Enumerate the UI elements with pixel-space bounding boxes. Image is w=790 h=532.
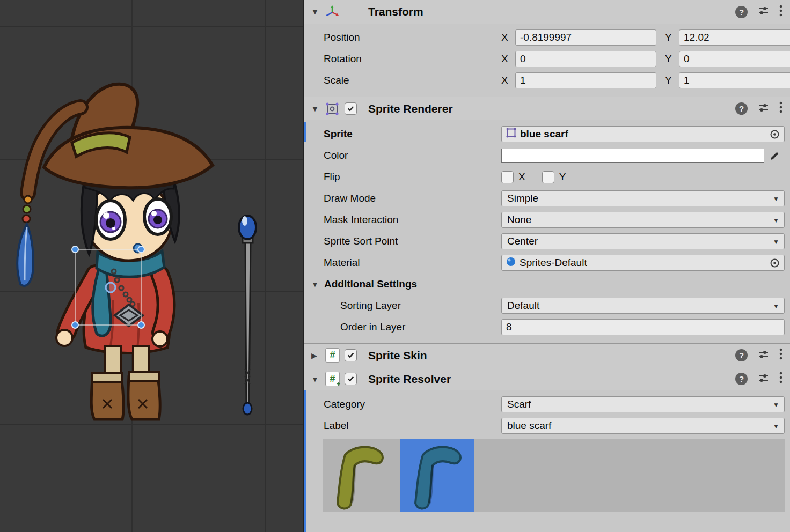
position-x-field[interactable] [515,29,656,46]
flip-x-label: X [518,171,525,183]
help-icon[interactable]: ? [735,349,748,361]
flip-x-checkbox[interactable] [501,171,514,183]
sprite-sort-point-label: Sprite Sort Point [324,235,501,247]
draw-mode-dropdown[interactable]: Simple ▼ [501,190,785,206]
transform-header[interactable]: ▼ Transform ? [304,0,790,24]
presets-icon[interactable] [757,101,770,116]
order-in-layer-row: Order in Layer [304,316,790,338]
axis-x-label: X [501,53,515,65]
sprite-skin-header[interactable]: ▶ # Sprite Skin ? [304,343,790,367]
sprite-renderer-enabled-checkbox[interactable] [345,102,357,115]
rotation-y-field[interactable] [679,51,790,67]
chevron-down-icon: ▼ [773,401,779,409]
object-picker-icon[interactable] [770,258,780,268]
transform-title: Transform [368,5,423,18]
material-sphere-icon [506,257,516,269]
inspector-panel: ▼ Transform ? [303,0,790,532]
draw-mode-row: Draw Mode Simple ▼ [304,188,790,209]
position-y-field[interactable] [679,29,790,46]
color-row: Color [304,145,790,166]
draw-mode-value: Simple [507,193,538,204]
sprite-resolver-enabled-checkbox[interactable] [345,373,357,385]
override-indicator [304,390,306,532]
pivot-handle [106,283,115,292]
kebab-menu-icon[interactable] [779,371,782,387]
sprite-thumbnail-icon [506,128,516,141]
material-label: Material [324,257,501,269]
mask-interaction-row: Mask Interaction None ▼ [304,209,790,231]
category-value: Scarf [507,398,531,410]
scene-canvas[interactable] [0,0,303,532]
axis-x-label: X [501,75,515,86]
label-label: Label [324,420,501,432]
label-value: blue scarf [507,420,551,432]
sprite-renderer-header[interactable]: ▼ Sprite Renderer ? [304,97,790,120]
scale-row: Scale X Y Z [304,70,790,91]
chevron-down-icon: ▼ [773,238,779,246]
sprite-skin-title: Sprite Skin [368,349,427,362]
foldout-open-icon[interactable]: ▼ [311,105,325,113]
sprite-variant-strip [323,439,785,512]
category-row: Category Scarf ▼ [304,394,790,415]
order-in-layer-label: Order in Layer [340,321,501,333]
handle-bottom-left [72,322,78,328]
presets-icon[interactable] [757,4,770,19]
check-icon [347,351,355,359]
sorting-layer-row: Sorting Layer Default ▼ [304,295,790,316]
flip-y-label: Y [559,171,566,183]
chevron-down-icon: ▼ [773,217,779,224]
rotation-label: Rotation [324,53,501,65]
order-in-layer-field[interactable] [501,319,785,335]
foldout-open-icon[interactable]: ▼ [311,8,325,16]
handle-bottom-right [138,322,144,328]
additional-settings-row[interactable]: ▼ Additional Settings [304,274,790,295]
scene-view[interactable] [0,0,303,532]
help-icon[interactable]: ? [735,102,748,115]
position-label: Position [324,32,501,43]
presets-icon[interactable] [757,372,770,387]
foldout-closed-icon[interactable]: ▶ [311,351,325,360]
character-sprite [17,84,213,419]
help-icon[interactable]: ? [735,6,748,18]
blue-scarf-thumbnail[interactable] [400,439,474,512]
presets-icon[interactable] [757,348,770,363]
flip-y-checkbox[interactable] [542,171,554,183]
scale-x-field[interactable] [515,72,656,88]
green-scarf-thumbnail[interactable] [323,439,396,512]
foldout-open-icon[interactable]: ▼ [311,280,324,289]
chevron-down-icon: ▼ [773,195,779,203]
kebab-menu-icon[interactable] [779,348,782,363]
check-icon [347,105,355,113]
category-dropdown[interactable]: Scarf ▼ [501,396,785,412]
rotation-x-field[interactable] [515,51,656,67]
sprite-renderer-title: Sprite Renderer [368,102,453,115]
kebab-menu-icon[interactable] [779,4,782,20]
sprite-skin-icon: # [325,348,340,363]
object-picker-icon[interactable] [770,129,780,139]
sprite-label: Sprite [324,128,501,140]
mask-interaction-dropdown[interactable]: None ▼ [501,212,785,228]
transform-body: Position X Y Z Rotation X Y [304,24,790,97]
mask-interaction-value: None [507,214,531,226]
additional-settings-label: Additional Settings [324,278,417,290]
sprite-object-field[interactable]: blue scarf [501,126,785,142]
sprite-resolver-icon: #+ [325,372,340,386]
chevron-down-icon: ▼ [773,423,779,430]
sorting-layer-dropdown[interactable]: Default ▼ [501,298,785,314]
sprite-resolver-header[interactable]: ▼ #+ Sprite Resolver ? [304,367,790,390]
foldout-open-icon[interactable]: ▼ [311,375,325,383]
kebab-menu-icon[interactable] [779,101,782,116]
axis-y-label: Y [665,53,679,65]
help-icon[interactable]: ? [735,373,748,385]
color-swatch[interactable] [501,149,764,163]
label-dropdown[interactable]: blue scarf ▼ [501,418,785,434]
scale-y-field[interactable] [679,72,790,88]
sprite-sort-point-dropdown[interactable]: Center ▼ [501,233,785,249]
position-row: Position X Y Z [304,27,790,48]
sprite-skin-enabled-checkbox[interactable] [345,349,357,361]
material-object-field[interactable]: Sprites-Default [501,255,785,271]
sorting-layer-label: Sorting Layer [340,300,501,312]
draw-mode-label: Draw Mode [324,193,501,204]
inspector-footer-divider [304,528,790,528]
eyedropper-icon[interactable] [764,150,785,161]
